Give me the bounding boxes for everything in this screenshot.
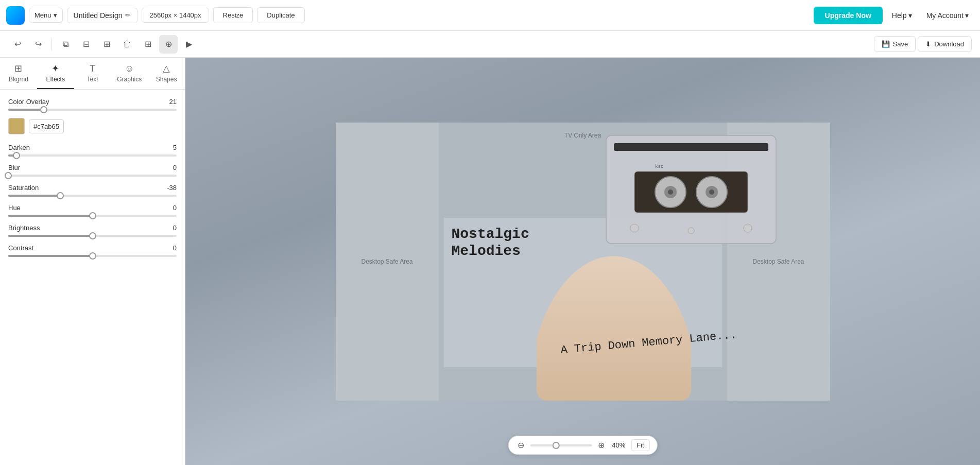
save-icon: 💾	[882, 40, 890, 48]
design-canvas[interactable]: TV Only Area TV Only Area Desktop Safe A…	[336, 123, 830, 401]
saturation-slider[interactable]	[8, 195, 177, 197]
color-swatch-row: #c7ab65	[8, 118, 177, 134]
send-backward-button[interactable]: ⊟	[77, 35, 95, 54]
tab-effects-label: Effects	[46, 76, 64, 83]
youtube-button[interactable]: ▶	[180, 35, 198, 54]
help-chevron-icon: ▾	[908, 11, 912, 20]
duplicate-button[interactable]: Duplicate	[257, 7, 304, 23]
canvas-area[interactable]: TV Only Area TV Only Area Desktop Safe A…	[185, 58, 980, 465]
menu-label: Menu	[35, 11, 51, 19]
brightness-slider[interactable]	[8, 235, 177, 237]
undo-button[interactable]: ↩	[8, 35, 27, 54]
saturation-row: Saturation -38	[8, 184, 177, 192]
darken-value: 5	[173, 144, 177, 151]
color-swatch[interactable]	[8, 118, 25, 134]
blur-value: 0	[173, 164, 177, 171]
saturation-label: Saturation	[8, 184, 39, 192]
blur-thumb[interactable]	[5, 172, 12, 179]
darken-slider[interactable]	[8, 154, 177, 157]
saturation-value: -38	[167, 184, 177, 192]
download-button[interactable]: ⬇ Download	[918, 36, 972, 52]
hue-slider[interactable]	[8, 215, 177, 217]
toolbar-separator-1	[51, 38, 52, 50]
nostalgic-melodies-content: Nostalgic Melodies	[452, 226, 529, 260]
account-chevron-icon: ▾	[965, 11, 969, 20]
tab-text[interactable]: T Text	[74, 58, 111, 89]
tab-bkgrnd[interactable]: ⊞ Bkgrnd	[0, 58, 37, 89]
menu-button[interactable]: Menu ▾	[29, 8, 63, 23]
color-overlay-row: Color Overlay 21	[8, 98, 177, 106]
contrast-slider[interactable]	[8, 255, 177, 257]
tab-shapes[interactable]: △ Shapes	[148, 58, 185, 89]
darken-thumb[interactable]	[13, 152, 20, 159]
contrast-thumb[interactable]	[89, 252, 96, 260]
darken-row: Darken 5	[8, 144, 177, 151]
tv-only-area-top-label: TV Only Area	[564, 132, 601, 139]
svg-rect-2	[634, 171, 748, 213]
main-layout: ⊞ Bkgrnd ✦ Effects T Text ☺ Graphics △ S…	[0, 58, 980, 465]
svg-text:ksc: ksc	[655, 164, 663, 169]
saturation-thumb[interactable]	[57, 192, 64, 199]
title-area[interactable]: Untitled Design ✏	[67, 8, 138, 23]
save-label: Save	[893, 40, 908, 48]
tab-bkgrnd-label: Bkgrnd	[9, 76, 28, 83]
brightness-thumb[interactable]	[89, 232, 96, 239]
tab-shapes-label: Shapes	[156, 76, 177, 83]
effects-panel: Color Overlay 21 #c7ab65 Darken 5	[0, 90, 185, 465]
hue-label: Hue	[8, 204, 21, 212]
shapes-icon: △	[163, 63, 170, 74]
color-overlay-label: Color Overlay	[8, 98, 49, 106]
zoom-fit-button[interactable]: Fit	[631, 439, 649, 451]
bring-forward-button[interactable]: ⊞	[97, 35, 116, 54]
svg-point-9	[630, 224, 639, 232]
resize-button[interactable]: Resize	[213, 7, 253, 23]
help-button[interactable]: Help ▾	[887, 8, 917, 23]
hue-value: 0	[173, 204, 177, 212]
upgrade-button[interactable]: Upgrade Now	[814, 7, 883, 24]
download-icon: ⬇	[925, 40, 931, 48]
blur-slider[interactable]	[8, 175, 177, 177]
hue-row: Hue 0	[8, 204, 177, 212]
tab-effects[interactable]: ✦ Effects	[37, 58, 74, 89]
color-overlay-value: 21	[169, 98, 177, 106]
color-hex-input[interactable]: #c7ab65	[29, 119, 64, 133]
account-button[interactable]: My Account ▾	[921, 8, 974, 23]
copy-button[interactable]: ⧉	[56, 35, 75, 54]
color-overlay-slider[interactable]	[8, 109, 177, 111]
magnet-button[interactable]: ⊕	[159, 35, 178, 54]
tab-graphics[interactable]: ☺ Graphics	[111, 58, 148, 89]
contrast-fill	[8, 255, 93, 257]
effects-icon: ✦	[51, 63, 59, 74]
cassette-svg: ksc	[604, 133, 779, 246]
account-label: My Account	[926, 11, 964, 20]
cassette-container: ksc	[604, 133, 779, 246]
zoom-slider[interactable]	[530, 444, 592, 446]
nostalgic-melodies-text: Nostalgic Melodies	[452, 226, 529, 260]
hue-thumb[interactable]	[89, 212, 96, 219]
saturation-fill	[8, 195, 60, 197]
topbar: Menu ▾ Untitled Design ✏ 2560px × 1440px…	[0, 0, 980, 31]
redo-button[interactable]: ↪	[29, 35, 47, 54]
brightness-row: Brightness 0	[8, 224, 177, 232]
grid-button[interactable]: ⊞	[139, 35, 157, 54]
desktop-safe-left-label: Desktop Safe Area	[361, 258, 412, 265]
dimensions-button[interactable]: 2560px × 1440px	[142, 8, 209, 23]
delete-button[interactable]: 🗑	[118, 35, 136, 54]
zoom-slider-thumb[interactable]	[553, 442, 560, 449]
desktop-safe-right-label: Desktop Safe Area	[752, 258, 804, 265]
save-button[interactable]: 💾 Save	[874, 36, 916, 52]
svg-point-10	[688, 228, 694, 234]
tab-text-label: Text	[87, 76, 98, 83]
brightness-fill	[8, 235, 93, 237]
zoom-out-button[interactable]: ⊖	[515, 440, 526, 450]
zoom-in-button[interactable]: ⊕	[596, 440, 606, 450]
text-icon: T	[90, 63, 95, 74]
hue-fill	[8, 215, 93, 217]
tab-bar: ⊞ Bkgrnd ✦ Effects T Text ☺ Graphics △ S…	[0, 58, 185, 90]
svg-rect-1	[614, 143, 768, 151]
contrast-row: Contrast 0	[8, 244, 177, 252]
design-title: Untitled Design	[74, 11, 123, 20]
color-overlay-thumb[interactable]	[40, 106, 47, 113]
tab-graphics-label: Graphics	[117, 76, 142, 83]
bkgrnd-icon: ⊞	[14, 63, 22, 74]
